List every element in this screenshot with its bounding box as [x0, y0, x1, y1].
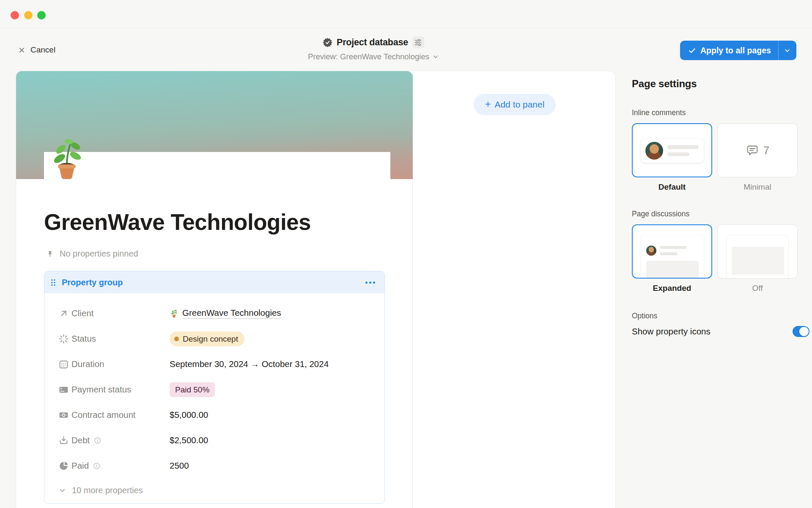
pin-icon	[46, 249, 55, 258]
calendar-icon	[58, 359, 71, 370]
property-group-title: Property group	[62, 278, 123, 287]
header-center: Project database Preview: GreenWave Tech…	[0, 36, 779, 61]
check-icon	[688, 47, 696, 55]
toggle-knob	[799, 327, 809, 336]
more-properties-label: 10 more properties	[72, 486, 143, 495]
property-group-header: Property group	[44, 271, 384, 293]
skeleton-block	[646, 261, 699, 279]
property-group: Property group Client	[44, 271, 385, 504]
apply-label: Apply to all pages	[700, 46, 771, 55]
property-rows: Client	[44, 293, 384, 502]
property-label: Duration	[71, 359, 104, 369]
page-discussions-option-expanded[interactable]	[632, 224, 712, 279]
potted-plant-icon	[170, 309, 178, 318]
property-row-client[interactable]: Client	[44, 301, 384, 326]
property-value[interactable]: Paid 50%	[170, 382, 215, 397]
property-row-contract-amount[interactable]: Contract amount $5,000.00	[44, 402, 384, 428]
avatar	[645, 142, 663, 160]
property-value[interactable]: $5,000.00	[170, 410, 208, 420]
pinned-properties-note: No properties pinned	[46, 249, 138, 259]
comment-preview-thumbnail	[641, 139, 704, 163]
show-property-icons-row: Show property icons	[632, 325, 809, 338]
property-row-payment-status[interactable]: Payment status Paid 50%	[44, 377, 384, 402]
show-property-icons-label: Show property icons	[632, 326, 710, 337]
option-label-default: Default	[632, 182, 712, 192]
option-label-minimal: Minimal	[717, 182, 798, 192]
inline-comments-label: Inline comments	[632, 108, 809, 117]
potted-plant-icon	[46, 138, 88, 180]
comment-bubble-icon	[746, 144, 759, 157]
traffic-light-zoom[interactable]	[37, 11, 46, 19]
property-value[interactable]: $2,500.00	[170, 435, 208, 445]
page-settings-sidebar: Page settings Inline comments	[632, 78, 809, 338]
verified-badge-icon	[323, 38, 332, 47]
chevron-down-icon	[58, 486, 66, 494]
option-label-expanded: Expanded	[632, 284, 712, 293]
skeleton-line	[660, 246, 687, 249]
chevron-down-icon	[432, 53, 439, 60]
page-discussions-option-off[interactable]	[717, 224, 798, 279]
traffic-light-close[interactable]	[11, 11, 19, 19]
banknote-icon	[58, 410, 71, 420]
page-title: GreenWave Technologies	[44, 209, 311, 235]
property-row-paid[interactable]: Paid 2500	[44, 453, 384, 478]
property-value[interactable]: Design concept	[170, 331, 244, 346]
property-label: Payment status	[71, 384, 131, 395]
download-tray-icon	[58, 435, 71, 446]
add-to-panel-button[interactable]: + Add to panel	[474, 94, 556, 115]
customize-settings-button[interactable]	[412, 36, 424, 48]
chevron-down-icon	[784, 47, 791, 54]
more-options-icon[interactable]	[364, 280, 377, 285]
traffic-light-minimize[interactable]	[24, 11, 33, 19]
skeleton-line	[660, 252, 678, 255]
discussion-preview-thumbnail	[641, 235, 704, 279]
apply-split-button: Apply to all pages	[680, 41, 796, 60]
info-icon[interactable]	[93, 436, 102, 444]
property-label: Debt	[71, 435, 90, 445]
inline-comments-options: 7	[632, 123, 809, 177]
option-label-off: Off	[717, 284, 798, 293]
options-label: Options	[632, 312, 809, 320]
sidebar-title: Page settings	[632, 78, 809, 90]
discussion-preview-thumbnail	[726, 235, 789, 279]
skeleton-line	[667, 145, 699, 149]
status-pill[interactable]: Design concept	[170, 331, 244, 346]
property-value[interactable]: September 30, 2024 → October 31, 2024	[170, 359, 329, 369]
pinned-note-label: No properties pinned	[60, 249, 138, 259]
preview-selector[interactable]: Preview: GreenWave Technologies	[308, 52, 439, 61]
property-label: Paid	[71, 461, 89, 471]
property-label: Client	[71, 308, 93, 318]
page-discussions-options	[632, 224, 809, 279]
inline-comments-option-default[interactable]	[632, 123, 712, 177]
arrow-up-right-icon	[58, 308, 71, 319]
property-value[interactable]: GreenWave Technologies	[170, 308, 281, 319]
apply-options-dropdown[interactable]	[779, 41, 796, 60]
show-property-icons-toggle[interactable]	[793, 326, 809, 337]
avatar	[646, 246, 656, 256]
more-properties-toggle[interactable]: 10 more properties	[44, 478, 384, 502]
pie-chart-icon	[58, 461, 71, 471]
page-customization-window: Cancel Project database	[0, 0, 812, 508]
payment-status-tag[interactable]: Paid 50%	[170, 382, 215, 397]
property-row-duration[interactable]: Duration September 30, 2024 → October 31…	[44, 351, 384, 377]
sliders-icon	[414, 39, 422, 47]
comment-count: 7	[763, 144, 769, 157]
page-preview: GreenWave Technologies No properties pin…	[16, 71, 413, 508]
property-row-debt[interactable]: Debt $2,500.00	[44, 428, 384, 453]
add-to-panel-label: Add to panel	[494, 99, 544, 110]
status-dot	[174, 337, 179, 341]
inline-comments-option-minimal[interactable]: 7	[717, 123, 798, 177]
plus-icon: +	[485, 99, 491, 109]
apply-to-all-pages-button[interactable]: Apply to all pages	[680, 41, 778, 60]
skeleton-block	[732, 247, 784, 275]
database-title: Project database	[337, 37, 408, 48]
credit-card-icon	[58, 384, 71, 395]
info-icon[interactable]	[93, 462, 101, 470]
relation-link[interactable]: GreenWave Technologies	[182, 308, 281, 319]
drag-handle-icon[interactable]	[50, 279, 56, 287]
skeleton-line	[667, 152, 689, 156]
property-row-status[interactable]: Status Design concept	[44, 326, 384, 351]
property-value[interactable]: 2500	[170, 461, 189, 471]
property-label: Contract amount	[71, 410, 136, 420]
preview-label: Preview: GreenWave Technologies	[308, 52, 429, 61]
